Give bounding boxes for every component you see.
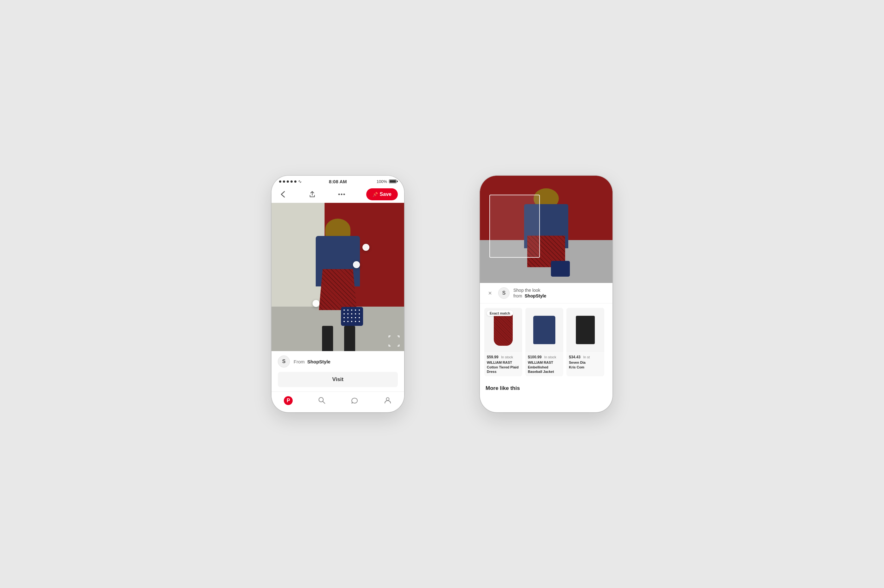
- product-info-dress: $59.99 In stock WILLIAM RAST Cotton Tier…: [484, 352, 522, 376]
- svg-point-1: [341, 194, 343, 195]
- jacket-thumbnail: [533, 316, 555, 344]
- product-info-jacket: $100.99 In stock WILLIAM RAST Embellishe…: [525, 352, 563, 376]
- product-price-boots: $34.43: [569, 355, 580, 359]
- shop-from-label: from: [513, 293, 522, 298]
- product-card-jacket[interactable]: $100.99 In stock WILLIAM RAST Embellishe…: [525, 308, 563, 376]
- product-grid: Exact match $59.99 In stock WILLIAM RAST…: [480, 303, 612, 381]
- source-info: S From ShopStyle: [272, 351, 404, 372]
- exact-match-badge: Exact match: [487, 310, 513, 316]
- search-icon: [317, 396, 326, 404]
- product-brand-boots: Seven Dia Kris Com: [569, 360, 602, 369]
- signal-dot-1: [279, 180, 281, 183]
- product-card-boots[interactable]: $34.43 In st Seven Dia Kris Com: [567, 308, 604, 376]
- nav-home[interactable]: P: [284, 396, 293, 405]
- product-price-row-boots: $34.43 In st: [569, 354, 602, 360]
- nav-search[interactable]: [317, 396, 326, 405]
- shoppable-dot-dress[interactable]: [353, 261, 360, 268]
- shopstyle-avatar: S: [498, 287, 510, 299]
- product-image-boots: [567, 308, 604, 352]
- svg-point-2: [343, 194, 345, 195]
- phone-right: × S Shop the look from ShopStyle: [480, 176, 612, 412]
- scene: ∿ 8:08 AM 100%: [221, 147, 663, 441]
- right-top-photo: [480, 176, 612, 283]
- source-text: From ShopStyle: [294, 359, 331, 364]
- signal-dot-3: [287, 180, 289, 183]
- figure-boot-left: [322, 326, 333, 351]
- shoppable-dot-bag[interactable]: [313, 300, 320, 307]
- dress-pattern: [319, 269, 357, 310]
- profile-icon: [383, 396, 392, 404]
- battery-fill: [389, 180, 396, 183]
- battery-indicator: 100%: [377, 179, 397, 184]
- product-price-jacket: $100.99: [528, 355, 541, 359]
- more-button[interactable]: [337, 189, 347, 200]
- product-brand-jacket: WILLIAM RAST Embellished Baseball Jacket: [528, 360, 561, 374]
- product-card-dress[interactable]: Exact match $59.99 In stock WILLIAM RAST…: [484, 308, 522, 376]
- messages-icon: [350, 396, 359, 404]
- nav-messages[interactable]: [350, 396, 359, 405]
- bottom-nav-left: P: [272, 392, 404, 411]
- product-price-dress: $59.99: [487, 355, 499, 359]
- figure-dress: [319, 269, 357, 310]
- product-stock-boots: In st: [583, 355, 590, 359]
- person-silhouette: [306, 219, 369, 351]
- signal-indicators: ∿: [279, 179, 302, 184]
- shop-the-look-label: Shop the look: [513, 288, 541, 293]
- more-like-this-section: More like this: [480, 381, 612, 394]
- nav-profile[interactable]: [383, 396, 392, 405]
- signal-dot-2: [283, 180, 285, 183]
- phone-left: ∿ 8:08 AM 100%: [272, 176, 404, 412]
- pinterest-logo: P: [284, 396, 293, 405]
- visit-button[interactable]: Visit: [278, 372, 398, 387]
- product-stock-dress: In stock: [501, 355, 513, 359]
- more-like-this-title: More like this: [486, 385, 607, 392]
- close-button[interactable]: ×: [486, 289, 495, 297]
- share-button[interactable]: [307, 189, 317, 200]
- nav-bar-left: 📌 Save: [272, 186, 404, 203]
- status-bar-left: ∿ 8:08 AM 100%: [272, 176, 404, 186]
- shop-name: ShopStyle: [307, 359, 330, 364]
- dress-thumbnail: [494, 314, 513, 346]
- product-image-jacket: [525, 308, 563, 352]
- right-figure-bag: [551, 261, 570, 277]
- battery-percent: 100%: [377, 179, 387, 184]
- product-stock-jacket: In stock: [544, 355, 556, 359]
- save-label: Save: [380, 192, 391, 197]
- from-label: From: [294, 359, 305, 364]
- save-button[interactable]: 📌 Save: [366, 188, 398, 200]
- signal-dot-4: [290, 180, 293, 183]
- main-photo: [272, 203, 404, 351]
- shop-title: Shop the look from ShopStyle: [513, 287, 546, 299]
- back-button[interactable]: [278, 189, 288, 200]
- status-time: 8:08 AM: [329, 179, 347, 184]
- shop-header: × S Shop the look from ShopStyle: [480, 283, 612, 303]
- product-brand-dress: WILLIAM RAST Cotton Tiered Plaid Dress: [487, 360, 520, 374]
- figure-boot-right: [344, 326, 355, 351]
- shop-brand-name: ShopStyle: [525, 293, 546, 298]
- boots-thumbnail: [576, 316, 595, 344]
- bag-dots-pattern: [342, 308, 362, 325]
- pin-icon: 📌: [373, 192, 378, 197]
- shoppable-dot-jacket[interactable]: [362, 244, 369, 251]
- source-avatar: S: [278, 356, 290, 368]
- signal-dot-5: [294, 180, 296, 183]
- product-price-row: $59.99 In stock: [487, 354, 520, 360]
- battery-bar-icon: [389, 180, 397, 183]
- scan-icon[interactable]: [388, 335, 400, 346]
- product-info-boots: $34.43 In st Seven Dia Kris Com: [567, 352, 604, 372]
- figure-bag: [341, 307, 363, 326]
- svg-point-0: [338, 194, 340, 195]
- svg-point-4: [386, 398, 389, 400]
- shop-the-look-panel: × S Shop the look from ShopStyle: [480, 283, 612, 394]
- wifi-icon: ∿: [298, 179, 302, 184]
- product-price-row-jacket: $100.99 In stock: [528, 354, 561, 360]
- selection-rectangle: [489, 195, 540, 258]
